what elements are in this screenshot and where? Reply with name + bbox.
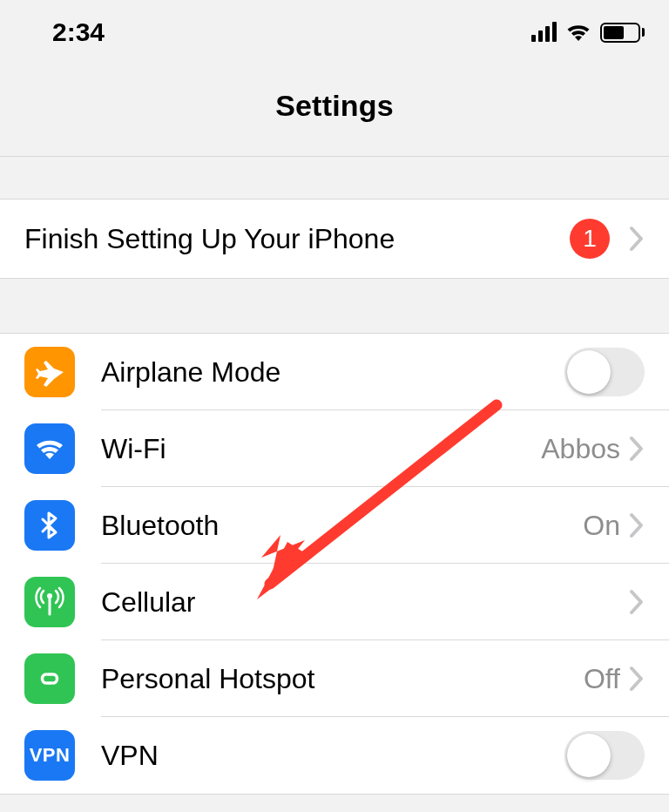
- vpn-icon-text: VPN: [30, 744, 71, 767]
- finish-setup-label: Finish Setting Up Your iPhone: [24, 223, 570, 255]
- svg-point-1: [47, 593, 52, 599]
- chevron-right-icon: [629, 666, 645, 692]
- status-indicators: [531, 23, 645, 43]
- hotspot-label: Personal Hotspot: [101, 663, 584, 695]
- status-bar: 2:34: [0, 0, 669, 58]
- airplane-icon: [24, 347, 75, 397]
- vpn-row[interactable]: VPN VPN: [0, 717, 669, 794]
- cellular-label: Cellular: [101, 586, 629, 619]
- wifi-status-icon: [565, 23, 591, 42]
- chevron-right-icon: [629, 226, 645, 252]
- cellular-icon: [24, 577, 75, 627]
- wifi-icon: [24, 423, 75, 474]
- finish-setup-row[interactable]: Finish Setting Up Your iPhone 1: [0, 200, 669, 278]
- airplane-mode-label: Airplane Mode: [101, 356, 564, 389]
- bluetooth-row[interactable]: Bluetooth On: [0, 487, 669, 564]
- vpn-icon: VPN: [24, 730, 75, 781]
- cellular-row[interactable]: Cellular: [0, 564, 669, 640]
- chevron-right-icon: [629, 512, 645, 538]
- bluetooth-value: On: [583, 510, 620, 542]
- wifi-label: Wi-Fi: [101, 433, 541, 465]
- airplane-mode-row[interactable]: Airplane Mode: [0, 334, 669, 410]
- status-time: 2:34: [52, 17, 105, 47]
- hotspot-row[interactable]: Personal Hotspot Off: [0, 640, 669, 717]
- hotspot-icon: [24, 653, 75, 704]
- chevron-right-icon: [629, 589, 645, 615]
- airplane-mode-toggle[interactable]: [564, 348, 645, 396]
- page-title: Settings: [0, 89, 669, 123]
- notification-badge: 1: [570, 219, 610, 259]
- cellular-signal-icon: [531, 23, 557, 42]
- bluetooth-icon: [24, 500, 75, 551]
- chevron-right-icon: [629, 436, 645, 462]
- vpn-toggle[interactable]: [564, 731, 645, 780]
- hotspot-value: Off: [584, 663, 620, 695]
- page-header: Settings: [0, 58, 669, 157]
- vpn-label: VPN: [101, 740, 564, 772]
- battery-icon: [600, 23, 645, 43]
- wifi-value: Abbos: [541, 433, 620, 465]
- connectivity-section: Airplane Mode Wi-Fi Abbos Bluetooth On: [0, 333, 669, 795]
- setup-section: Finish Setting Up Your iPhone 1: [0, 199, 669, 279]
- bluetooth-label: Bluetooth: [101, 510, 583, 542]
- wifi-row[interactable]: Wi-Fi Abbos: [0, 410, 669, 487]
